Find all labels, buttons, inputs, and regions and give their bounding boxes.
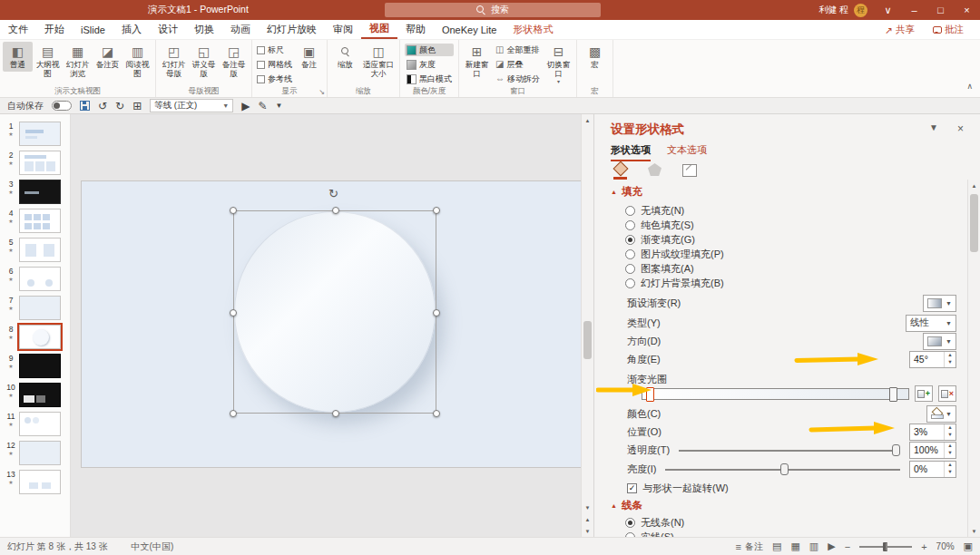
notes-page-button[interactable]: ◪备注页 (93, 42, 122, 72)
thumbnail-preview[interactable] (19, 470, 61, 494)
reading-view-button[interactable]: ▥阅读视图 (122, 42, 152, 81)
tab-help[interactable]: 帮助 (397, 20, 434, 39)
close-icon[interactable]: × (954, 0, 980, 20)
notes-toggle-button[interactable]: ≡备注 (736, 540, 763, 553)
slide-thumbnail-11[interactable]: 11★ (0, 412, 70, 436)
redo-icon[interactable]: ↻ (115, 101, 124, 112)
slide-sorter-view-icon[interactable]: ▦ (790, 540, 799, 552)
slide-thumbnail-6[interactable]: 6★ (0, 267, 70, 291)
color-mode-button[interactable]: 颜色 (405, 44, 454, 56)
grayscale-button[interactable]: 灰度 (405, 58, 454, 71)
reading-view-icon[interactable]: ▥ (809, 540, 818, 552)
tab-animations[interactable]: 动画 (222, 20, 259, 39)
fill-line-category-icon[interactable] (611, 161, 631, 180)
minimize-icon[interactable]: – (901, 0, 927, 20)
user-avatar[interactable]: 程 (854, 4, 867, 17)
transparency-slider[interactable] (679, 442, 900, 458)
stop-color-dropdown[interactable]: ▼ (926, 405, 956, 423)
macros-button[interactable]: ▩宏 (580, 42, 610, 72)
font-name-dropdown[interactable]: 等线 (正文)▼ (150, 99, 233, 112)
selection-handle-se[interactable] (433, 410, 440, 417)
rotation-handle[interactable]: ↻ (328, 187, 338, 200)
zoom-out-icon[interactable]: − (845, 541, 850, 552)
selection-handle-s[interactable] (332, 410, 339, 417)
brightness-slider[interactable] (665, 461, 900, 477)
zoom-percentage[interactable]: 70% (936, 541, 955, 551)
rotate-with-shape-checkbox[interactable]: ✓ (627, 483, 637, 493)
ribbon-display-options-icon[interactable]: ∨ (875, 0, 901, 20)
thumbnail-preview[interactable] (19, 151, 61, 175)
slide-number-status[interactable]: 幻灯片 第 8 张，共 13 张 (7, 540, 108, 553)
slide-thumbnail-7[interactable]: 7★ (0, 296, 70, 320)
radio-slide-background-fill[interactable]: 幻灯片背景填充(B) (625, 275, 955, 291)
scroll-down-icon[interactable]: ▼ (968, 525, 980, 537)
gradient-stop-2[interactable] (889, 387, 897, 402)
zoom-button[interactable]: 缩放 (330, 42, 360, 72)
selection-handle-ne[interactable] (433, 207, 440, 214)
slide-thumbnail-9[interactable]: 9★ (0, 354, 70, 378)
notes-master-button[interactable]: ◲备注母版 (219, 42, 249, 81)
slide-thumbnail-13[interactable]: 13★ (0, 470, 70, 494)
spinner-arrows-icon[interactable]: ▲▼ (944, 462, 956, 477)
size-properties-category-icon[interactable] (680, 161, 700, 180)
panel-scrollbar[interactable]: ▲ ▼ (967, 180, 980, 537)
gradient-stops-bar[interactable] (642, 388, 909, 400)
share-button[interactable]: ↗共享 (877, 22, 922, 38)
panel-options-icon[interactable]: ▼ (929, 122, 938, 132)
thumbnail-preview[interactable] (19, 267, 61, 291)
scrollbar-thumb[interactable] (583, 321, 592, 359)
outline-view-button[interactable]: ▤大纲视图 (33, 42, 63, 81)
thumbnail-preview[interactable] (19, 354, 61, 378)
slide-thumbnail-2[interactable]: 2★ (0, 151, 70, 175)
selection-handle-e[interactable] (433, 309, 440, 316)
brightness-spinner[interactable]: 0%▲▼ (909, 461, 956, 478)
tab-design[interactable]: 设计 (150, 20, 186, 39)
handout-master-button[interactable]: ◱讲义母版 (189, 42, 219, 81)
panel-close-icon[interactable]: × (957, 122, 964, 135)
slide-thumbnail-10[interactable]: 10★ (0, 383, 70, 407)
tab-home[interactable]: 开始 (36, 20, 73, 39)
black-white-button[interactable]: 黑白模式 (405, 73, 454, 85)
thumbnail-preview[interactable] (19, 412, 61, 436)
canvas-scrollbar[interactable]: ▲ ▼ ▲ ▼ (581, 114, 593, 537)
show-dialog-launcher-icon[interactable]: ↘ (318, 88, 325, 96)
thumbnail-preview[interactable] (19, 209, 61, 233)
undo-icon[interactable]: ↺ (98, 101, 107, 112)
tab-transitions[interactable]: 切换 (186, 20, 222, 39)
fit-to-window-button[interactable]: ◫适应窗口大小 (360, 42, 397, 81)
transparency-spinner[interactable]: 100%▲▼ (909, 442, 956, 459)
spinner-arrows-icon[interactable]: ▲▼ (944, 352, 956, 367)
thumbnail-preview[interactable] (19, 441, 61, 465)
search-box[interactable]: 搜索 (385, 3, 601, 17)
spinner-arrows-icon[interactable]: ▲▼ (944, 443, 956, 458)
new-window-button[interactable]: ⊞新建窗口 (462, 42, 492, 81)
selection-handle-sw[interactable] (230, 410, 237, 417)
spinner-arrows-icon[interactable]: ▲▼ (944, 424, 956, 440)
notes-button[interactable]: ▣备注 (294, 42, 324, 72)
format-painter-icon[interactable]: ✎ (258, 101, 267, 112)
slider-thumb[interactable] (780, 463, 789, 475)
autosave-toggle[interactable] (52, 101, 72, 111)
move-split-button[interactable]: ⇔移动拆分 (494, 73, 542, 85)
arrange-all-button[interactable]: ◫全部重排 (494, 44, 542, 56)
normal-view-button[interactable]: ◧普通 (3, 42, 33, 72)
switch-windows-button[interactable]: ⊟切换窗口▾ (544, 42, 573, 86)
gridlines-checkbox[interactable]: 网格线 (257, 58, 292, 71)
slideshow-view-icon[interactable]: ▶ (828, 540, 835, 552)
fit-slide-to-window-icon[interactable]: ▣ (964, 540, 973, 552)
cascade-button[interactable]: ◪层叠 (494, 58, 542, 71)
collapse-ribbon-icon[interactable]: ∧ (966, 82, 973, 91)
zoom-slider[interactable] (859, 540, 912, 553)
next-slide-button[interactable]: ▼ (582, 525, 593, 537)
selection-handle-n[interactable] (332, 207, 339, 214)
tab-islide[interactable]: iSlide (73, 20, 113, 39)
guides-checkbox[interactable]: 参考线 (257, 73, 292, 85)
slide-thumbnail-5[interactable]: 5★ (0, 238, 70, 262)
slide-thumbnail-12[interactable]: 12★ (0, 441, 70, 465)
tab-view[interactable]: 视图 (361, 20, 397, 39)
normal-view-icon[interactable]: ▤ (772, 540, 781, 552)
zoom-slider-thumb[interactable] (883, 542, 887, 551)
language-status[interactable]: 中文(中国) (132, 540, 174, 553)
effects-category-icon[interactable] (645, 161, 665, 180)
thumbnail-preview[interactable] (19, 122, 61, 146)
